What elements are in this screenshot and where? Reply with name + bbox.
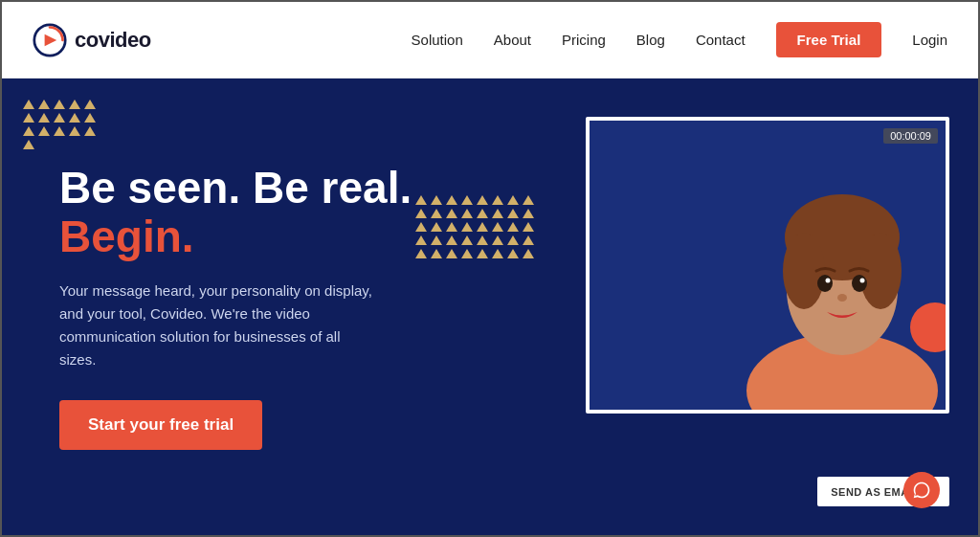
logo-icon <box>33 23 67 57</box>
svg-point-7 <box>817 275 833 292</box>
nav-item-solution[interactable]: Solution <box>412 32 463 49</box>
page-wrapper: covideo Solution About Pricing Blog Cont… <box>0 0 980 537</box>
headline-main: Be seen. Be real. <box>59 163 412 213</box>
svg-point-10 <box>860 279 865 283</box>
nav-link-about[interactable]: About <box>494 32 531 48</box>
nav-link-solution[interactable]: Solution <box>412 32 463 48</box>
nav-item-blog[interactable]: Blog <box>636 32 665 49</box>
svg-point-11 <box>837 294 847 302</box>
chat-icon <box>912 481 931 500</box>
navbar: covideo Solution About Pricing Blog Cont… <box>2 2 978 78</box>
headline-accent: Begin. <box>59 212 194 261</box>
logo[interactable]: covideo <box>33 23 151 57</box>
nav-item-free-trial[interactable]: Free Trial <box>776 32 882 49</box>
video-frame: 00:00:09 <box>586 117 949 414</box>
hero-content: Be seen. Be real. Begin. Your message he… <box>59 164 461 450</box>
nav-item-about[interactable]: About <box>494 32 531 49</box>
video-person <box>718 123 949 410</box>
nav-item-login[interactable]: Login <box>912 32 947 49</box>
hero-subtext: Your message heard, your personality on … <box>59 280 375 371</box>
person-svg <box>718 123 949 410</box>
video-area: 00:00:09 <box>547 107 949 516</box>
hero-section: Be seen. Be real. Begin. Your message he… <box>2 78 978 535</box>
hero-headline: Be seen. Be real. Begin. <box>59 164 461 260</box>
nav-item-contact[interactable]: Contact <box>696 32 746 49</box>
svg-point-8 <box>852 275 867 292</box>
nav-free-trial-button[interactable]: Free Trial <box>776 22 882 57</box>
logo-text: covideo <box>75 28 151 53</box>
nav-item-pricing[interactable]: Pricing <box>562 32 606 49</box>
nav-link-contact[interactable]: Contact <box>696 32 746 48</box>
nav-login-link[interactable]: Login <box>912 32 947 48</box>
chat-bubble-button[interactable] <box>903 472 940 508</box>
nav-links: Solution About Pricing Blog Contact Free… <box>412 32 947 49</box>
start-free-trial-button[interactable]: Start your free trial <box>59 400 262 450</box>
nav-link-blog[interactable]: Blog <box>636 32 665 48</box>
svg-point-9 <box>826 279 831 283</box>
video-timer: 00:00:09 <box>883 128 938 144</box>
nav-link-pricing[interactable]: Pricing <box>562 32 606 48</box>
